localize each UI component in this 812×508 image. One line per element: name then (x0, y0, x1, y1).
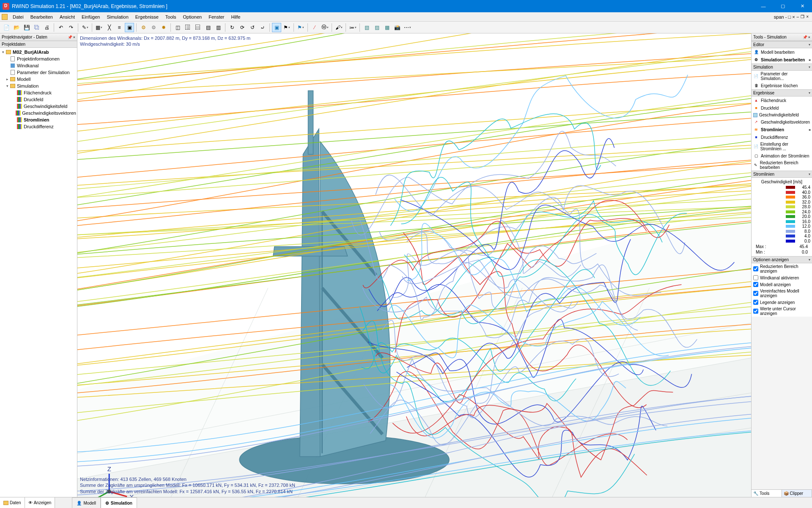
option-checkbox[interactable] (753, 300, 758, 305)
item-simulation-bearbeiten[interactable]: ⚙Simulation bearbeiten◂ (752, 56, 812, 64)
pin-icon[interactable]: 📌 (803, 35, 807, 39)
item-animation-stromlinien[interactable]: ▢Animation der Stromlinien (752, 152, 812, 160)
refresh3-icon[interactable]: ↺ (248, 23, 257, 32)
item-einstellung-stromlinien[interactable]: 📄Einstellung der Stromlinien ... (752, 141, 812, 152)
img2-icon[interactable]: ▨ (372, 23, 381, 32)
tree-root[interactable]: M02_BurjAlArab (13, 50, 49, 55)
menu-datei[interactable]: Datei (9, 14, 27, 20)
menu-ansicht[interactable]: Ansicht (56, 14, 78, 20)
flag1-icon[interactable]: ⚑ (282, 23, 291, 32)
gear2-icon[interactable]: ⚙ (149, 23, 158, 32)
menu-simulation[interactable]: Simulation (103, 14, 132, 20)
menu-bearbeiten[interactable]: Bearbeiten (27, 14, 56, 20)
item-stromlinien[interactable]: ≋Stromlinien◂ (752, 126, 812, 133)
more-icon[interactable]: ⋯ (403, 23, 412, 32)
tree-simulation[interactable]: Simulation (17, 83, 38, 88)
menu-hilfe[interactable]: Hilfe (228, 14, 244, 20)
menu-tools[interactable]: Tools (162, 14, 180, 20)
grid-icon[interactable]: ▦ (94, 23, 104, 32)
item-ergebnisse-loeschen[interactable]: 🗑Ergebnisse löschen (752, 82, 812, 89)
option-checkbox[interactable] (753, 309, 758, 314)
maximize-button[interactable]: ▢ (773, 0, 793, 12)
option-checkbox[interactable] (753, 282, 758, 287)
save-icon[interactable]: 💾 (22, 23, 31, 32)
panel-close-icon[interactable]: × (73, 35, 75, 39)
option-2[interactable]: Modell anzeigen (752, 281, 812, 288)
tab-tools[interactable]: 🔧Tools (752, 490, 782, 497)
menu-fenster[interactable]: Fenster (205, 14, 228, 20)
item-flaechendruck[interactable]: ▲Flächendruck (752, 97, 812, 104)
box-icon[interactable]: ▣ (272, 23, 281, 32)
win3-icon[interactable]: ⿳ (193, 23, 203, 32)
left-tab-daten[interactable]: Daten (0, 497, 25, 508)
refresh2-icon[interactable]: ⟳ (238, 23, 247, 32)
tree-geschwindigkeitsvektoren[interactable]: Geschwindigkeitsvektoren (22, 110, 76, 116)
undo-icon[interactable]: ↶ (56, 23, 66, 32)
win4-icon[interactable]: ▤ (203, 23, 213, 32)
saveall-icon[interactable]: ⿻ (32, 23, 41, 32)
item-geschwindigkeitsfeld[interactable]: Geschwindigkeitsfeld (752, 112, 812, 118)
img1-icon[interactable]: ▧ (362, 23, 371, 32)
tree-druckdifferenz[interactable]: Druckdifferenz (24, 124, 54, 129)
mdi-restore[interactable]: ❐ (801, 14, 804, 19)
center-tab-simulation[interactable]: ⚙Simulation (101, 497, 137, 508)
markup-icon[interactable]: Ⓜ (320, 23, 329, 32)
snapshot-icon[interactable]: 📸 (392, 23, 402, 32)
mdi-close[interactable]: × (806, 14, 809, 19)
pencil-red-icon[interactable]: ∕ (310, 23, 319, 32)
menu-optionen[interactable]: Optionen (180, 14, 206, 20)
mdi-minimize[interactable]: – (797, 14, 799, 19)
new-icon[interactable]: 📄 (2, 23, 11, 32)
menu-einfuegen[interactable]: Einfügen (78, 14, 103, 20)
option-1[interactable]: Windkanal aktivieren (752, 274, 812, 281)
print-icon[interactable]: 🖨 (42, 23, 52, 32)
item-reduzierten-bereich[interactable]: ✎Reduzierten Bereich bearbeiten (752, 160, 812, 171)
tree-modell[interactable]: Modell (17, 77, 30, 82)
project-tree[interactable]: ▾M02_BurjAlArab Projektinformationen Win… (0, 48, 77, 497)
win1-icon[interactable]: ◫ (173, 23, 182, 32)
img3-icon[interactable]: ▩ (382, 23, 392, 32)
refresh4-icon[interactable]: ⤾ (258, 23, 267, 32)
snap-icon[interactable]: ╳ (104, 23, 114, 32)
option-checkbox[interactable] (753, 291, 758, 296)
tab-clipper[interactable]: 📦Clipper (782, 490, 812, 497)
open-icon[interactable]: 📂 (12, 23, 21, 32)
option-3[interactable]: Vereinfachtes Modell anzeigen (752, 288, 812, 299)
tree-parameter[interactable]: Parameter der Simulation (17, 70, 70, 75)
panel-close-icon[interactable]: × (808, 35, 810, 39)
tree-stromlinien[interactable]: Stromlinien (24, 117, 49, 122)
tree-flaechendruck[interactable]: Flächendruck (24, 90, 52, 95)
3d-viewport[interactable]: X Y Z Dimensionen des Windkanals: Dx = 2… (77, 33, 751, 497)
win2-icon[interactable]: ⿲ (183, 23, 192, 32)
option-4[interactable]: Legende anzeigen (752, 299, 812, 306)
tree-projektinfo[interactable]: Projektinformationen (17, 56, 60, 61)
view3d-icon[interactable]: ▣ (125, 23, 134, 32)
option-5[interactable]: Werte unter Cursor anzeigen (752, 306, 812, 317)
tree-geschwindigkeitsfeld[interactable]: Geschwindigkeitsfeld (24, 104, 67, 109)
align-icon[interactable]: ≡ (115, 23, 124, 32)
option-checkbox[interactable] (753, 266, 758, 271)
redo-icon[interactable]: ↷ (66, 23, 76, 32)
edit-icon[interactable]: ✎ (80, 23, 90, 32)
menu-ergebnisse[interactable]: Ergebnisse (132, 14, 162, 20)
item-druckfeld[interactable]: ■Druckfeld (752, 104, 812, 112)
refresh1-icon[interactable]: ↻ (228, 23, 237, 32)
gear3-icon[interactable]: ✹ (159, 23, 168, 32)
pin-icon[interactable]: 📌 (68, 35, 72, 39)
gear1-icon[interactable]: ⚙ (139, 23, 148, 32)
tree-druckfeld[interactable]: Druckfeld (24, 97, 43, 102)
win5-icon[interactable]: ▥ (214, 23, 223, 32)
close-button[interactable]: ✕ (793, 0, 812, 12)
brush-icon[interactable]: 🖌 (334, 23, 343, 32)
minimize-button[interactable]: — (754, 0, 773, 12)
tree-windkanal[interactable]: Windkanal (17, 63, 38, 68)
left-tab-anzeigen[interactable]: 👁Anzeigen (25, 497, 55, 508)
item-parameter-simulation[interactable]: 📄Parameter der Simulation... (752, 71, 812, 82)
item-geschwindigkeitsvektoren[interactable]: ↗Geschwindigkeitsvektoren (752, 118, 812, 126)
opts-icon[interactable]: ≔ (348, 23, 357, 32)
option-0[interactable]: Reduzierten Bereich anzeigen (752, 263, 812, 274)
flag2-icon[interactable]: ⚑ (296, 23, 305, 32)
center-tab-modell[interactable]: 👤Modell (72, 497, 100, 508)
item-druckdifferenz[interactable]: ■Druckdifferenz (752, 133, 812, 141)
option-checkbox[interactable] (753, 275, 758, 280)
